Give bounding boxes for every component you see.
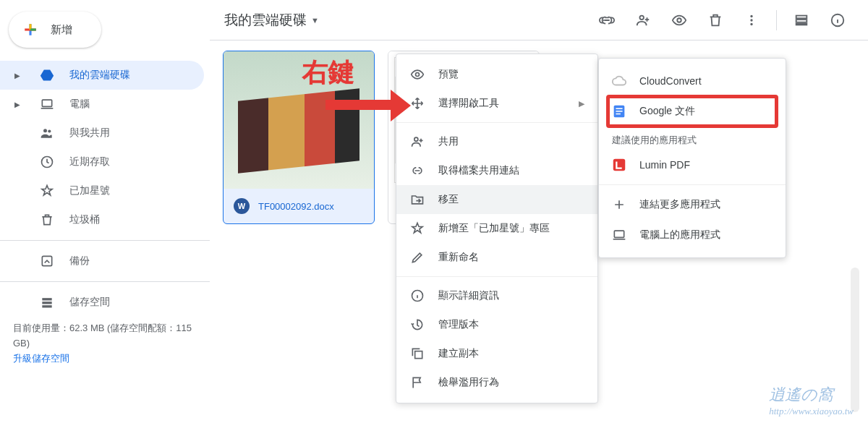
sub-desktop-apps[interactable]: 電腦上的應用程式 bbox=[599, 220, 786, 250]
history-icon bbox=[409, 317, 425, 332]
sidebar-item-shared[interactable]: 與我共用 bbox=[0, 119, 210, 148]
sub-section-label: 建議使用的應用程式 bbox=[599, 127, 786, 150]
sidebar-item-label: 垃圾桶 bbox=[69, 213, 100, 226]
ctx-label: 顯示詳細資訊 bbox=[438, 289, 499, 302]
ctx-share[interactable]: 共用 bbox=[396, 127, 597, 156]
link-button[interactable] bbox=[591, 4, 623, 36]
star-icon bbox=[39, 184, 55, 198]
sidebar-item-label: 儲存空間 bbox=[69, 296, 110, 309]
ctx-label: 重新命名 bbox=[438, 251, 479, 264]
svg-rect-22 bbox=[616, 108, 622, 109]
chevron-right-icon: ▶ bbox=[579, 99, 584, 108]
sub-label: 電腦上的應用程式 bbox=[639, 228, 720, 242]
link-icon bbox=[409, 163, 425, 178]
sidebar-item-trash[interactable]: 垃圾桶 bbox=[0, 205, 210, 234]
divider bbox=[0, 240, 210, 241]
ctx-move-to[interactable]: 移至 bbox=[396, 185, 597, 214]
sub-more-apps[interactable]: 連結更多應用程式 bbox=[599, 189, 786, 220]
folder-move-icon bbox=[409, 192, 425, 207]
new-button[interactable]: 新增 bbox=[9, 12, 101, 48]
sidebar-item-label: 電腦 bbox=[69, 98, 90, 111]
chevron-right-icon: ▶ bbox=[14, 72, 25, 80]
ctx-label: 新增至「已加星號」專區 bbox=[438, 222, 550, 235]
shared-icon bbox=[39, 126, 55, 140]
dropdown-icon: ▼ bbox=[311, 16, 319, 25]
info-button[interactable] bbox=[822, 4, 854, 36]
sidebar-item-recent[interactable]: 近期存取 bbox=[0, 148, 210, 176]
laptop-icon bbox=[39, 97, 55, 111]
divider bbox=[396, 122, 597, 123]
sub-lumin[interactable]: Lumin PDF bbox=[599, 150, 786, 180]
sub-google-docs[interactable]: Google 文件 bbox=[599, 96, 786, 127]
plus-icon bbox=[20, 20, 41, 40]
folder-name[interactable]: 我的雲端硬碟 ▼ bbox=[224, 11, 319, 30]
context-menu: 預覽 選擇開啟工具▶ 共用 取得檔案共用連結 移至 新增至「已加星號」專區 重新… bbox=[396, 54, 598, 403]
more-button[interactable] bbox=[736, 4, 767, 36]
scrollbar[interactable] bbox=[851, 268, 859, 412]
sidebar-item-label: 與我共用 bbox=[69, 127, 110, 140]
add-person-button[interactable] bbox=[627, 4, 659, 36]
sidebar-item-backup[interactable]: 備份 bbox=[0, 247, 210, 275]
ctx-label: 管理版本 bbox=[438, 318, 479, 331]
svg-rect-24 bbox=[616, 114, 620, 115]
svg-rect-23 bbox=[616, 111, 622, 112]
divider bbox=[0, 281, 210, 282]
sub-label: CloudConvert bbox=[639, 75, 702, 87]
copy-icon bbox=[409, 346, 425, 361]
svg-rect-13 bbox=[796, 15, 807, 18]
ctx-details[interactable]: 顯示詳細資訊 bbox=[396, 281, 597, 310]
preview-button[interactable] bbox=[663, 4, 695, 36]
sidebar-item-storage[interactable]: 儲存空間 bbox=[0, 288, 210, 317]
open-with-icon bbox=[409, 96, 425, 111]
drive-icon bbox=[39, 68, 55, 82]
annotation-arrow bbox=[326, 100, 394, 110]
trash-button[interactable] bbox=[699, 4, 731, 36]
header: 我的雲端硬碟 ▼ bbox=[210, 0, 868, 40]
svg-point-9 bbox=[677, 18, 681, 22]
clock-icon bbox=[39, 155, 55, 169]
ctx-label: 選擇開啟工具 bbox=[438, 97, 499, 110]
star-icon bbox=[409, 221, 425, 236]
sidebar-item-starred[interactable]: 已加星號 bbox=[0, 176, 210, 205]
ctx-open-with[interactable]: 選擇開啟工具▶ bbox=[396, 89, 597, 118]
svg-point-12 bbox=[750, 22, 752, 25]
ctx-label: 檢舉濫用行為 bbox=[438, 376, 499, 389]
svg-point-10 bbox=[750, 14, 752, 17]
file-name: TF00002092.docx bbox=[258, 201, 334, 212]
annotation-text: 右鍵 bbox=[302, 55, 354, 90]
separator bbox=[776, 10, 777, 30]
nav-list: ▶我的雲端硬碟 ▶電腦 與我共用 近期存取 已加星號 垃圾桶 bbox=[0, 61, 210, 234]
sub-label: Lumin PDF bbox=[639, 159, 690, 171]
list-view-button[interactable] bbox=[786, 4, 817, 36]
word-icon: W bbox=[234, 198, 250, 214]
ctx-label: 移至 bbox=[438, 193, 459, 206]
person-plus-icon bbox=[409, 134, 425, 149]
cloud-icon bbox=[610, 73, 628, 89]
ctx-preview[interactable]: 預覽 bbox=[396, 60, 597, 89]
svg-point-17 bbox=[416, 73, 420, 77]
backup-icon bbox=[39, 254, 55, 268]
svg-point-8 bbox=[639, 15, 644, 19]
open-with-submenu: CloudConvert Google 文件 建議使用的應用程式 Lumin P… bbox=[598, 58, 786, 258]
svg-point-18 bbox=[414, 137, 418, 141]
ctx-report[interactable]: 檢舉濫用行為 bbox=[396, 368, 597, 397]
ctx-copy[interactable]: 建立副本 bbox=[396, 339, 597, 368]
header-actions bbox=[591, 4, 854, 36]
ctx-label: 建立副本 bbox=[438, 347, 479, 360]
storage-icon bbox=[39, 295, 55, 309]
sidebar-item-computers[interactable]: ▶電腦 bbox=[0, 90, 210, 119]
laptop-icon bbox=[610, 228, 628, 242]
svg-rect-6 bbox=[42, 302, 51, 304]
storage-upgrade-link[interactable]: 升級儲存空間 bbox=[13, 353, 69, 364]
sidebar-item-label: 已加星號 bbox=[69, 184, 110, 197]
ctx-star[interactable]: 新增至「已加星號」專區 bbox=[396, 214, 597, 243]
svg-rect-14 bbox=[796, 20, 807, 22]
ctx-rename[interactable]: 重新命名 bbox=[396, 243, 597, 272]
folder-label: 我的雲端硬碟 bbox=[224, 11, 307, 30]
svg-rect-7 bbox=[42, 305, 51, 307]
ctx-versions[interactable]: 管理版本 bbox=[396, 310, 597, 339]
ctx-get-link[interactable]: 取得檔案共用連結 bbox=[396, 156, 597, 185]
sub-cloudconvert[interactable]: CloudConvert bbox=[599, 66, 786, 96]
svg-point-1 bbox=[43, 129, 47, 132]
sidebar-item-my-drive[interactable]: ▶我的雲端硬碟 bbox=[0, 61, 204, 90]
